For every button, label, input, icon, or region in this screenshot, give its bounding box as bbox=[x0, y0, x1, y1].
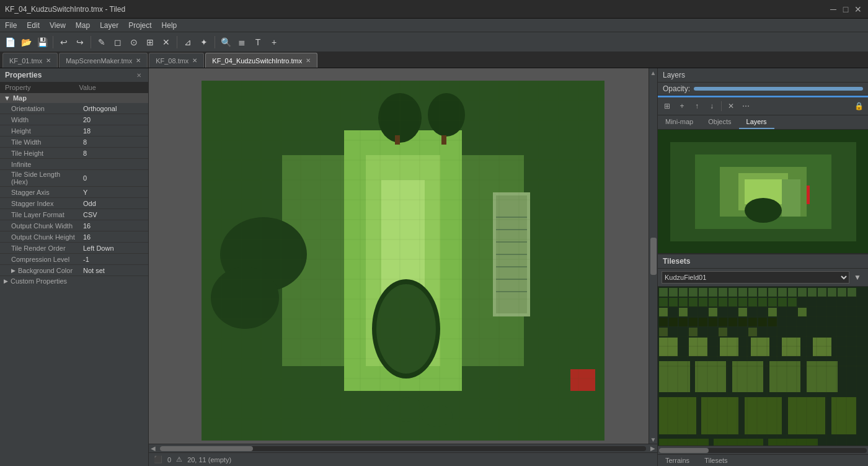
svg-rect-86 bbox=[758, 288, 767, 297]
menu-map[interactable]: Map bbox=[71, 20, 95, 31]
select-tool[interactable]: ⊿ bbox=[180, 35, 195, 50]
save-file-button[interactable]: 💾 bbox=[35, 35, 50, 50]
maximize-button[interactable]: □ bbox=[841, 4, 851, 14]
prop-name-output-chunk-height: Output Chunk Height bbox=[0, 233, 81, 241]
prop-value-stagger-index[interactable]: Odd bbox=[81, 199, 148, 208]
menu-view[interactable]: View bbox=[45, 20, 71, 31]
svg-rect-84 bbox=[738, 288, 747, 297]
svg-rect-90 bbox=[798, 288, 807, 297]
tileset-dropdown[interactable]: KudzuField01 bbox=[662, 271, 849, 284]
tileset-scroll-thumb[interactable] bbox=[659, 448, 709, 453]
svg-rect-94 bbox=[838, 288, 846, 297]
fill-tool[interactable]: ⊙ bbox=[126, 35, 141, 50]
new-file-button[interactable]: 📄 bbox=[2, 35, 17, 50]
bottom-tabs: Terrains Tilesets bbox=[658, 454, 868, 466]
layers-tb-btn2[interactable]: + bbox=[675, 99, 689, 113]
text-tool[interactable]: T bbox=[250, 35, 265, 50]
tab-kf08[interactable]: KF_08.tmx ✕ bbox=[149, 53, 204, 68]
tileset-dropdown-arrow[interactable]: ▼ bbox=[851, 271, 864, 284]
properties-collapse-button[interactable]: ✕ bbox=[135, 71, 143, 79]
scroll-up-button[interactable]: ▲ bbox=[649, 68, 658, 77]
prop-value-output-chunk-height[interactable]: 16 bbox=[81, 233, 148, 241]
prop-value-width[interactable]: 20 bbox=[81, 115, 148, 124]
add-tool[interactable]: + bbox=[267, 35, 281, 50]
svg-rect-79 bbox=[689, 288, 698, 297]
menu-help[interactable]: Help bbox=[157, 20, 182, 31]
layers-tb-btn1[interactable]: ⊞ bbox=[660, 99, 674, 113]
open-file-button[interactable]: 📂 bbox=[19, 35, 33, 50]
tab-mapscreenmaker-close[interactable]: ✕ bbox=[136, 57, 141, 64]
tab-mapscreenmaker[interactable]: MapScreenMaker.tmx ✕ bbox=[59, 53, 148, 68]
prop-value-background-color[interactable]: Not set bbox=[81, 266, 148, 275]
prop-value-tile-height[interactable]: 8 bbox=[81, 149, 148, 158]
tab-kf01[interactable]: KF_01.tmx ✕ bbox=[2, 53, 58, 68]
layer-view-button[interactable]: ≣ bbox=[234, 35, 249, 50]
tab-terrains[interactable]: Terrains bbox=[658, 455, 697, 466]
magic-wand-tool[interactable]: ✦ bbox=[197, 35, 211, 50]
shape-fill-tool[interactable]: ⊞ bbox=[143, 35, 157, 50]
prop-value-tile-render-order[interactable]: Left Down bbox=[81, 244, 148, 253]
prop-value-infinite[interactable] bbox=[81, 164, 148, 165]
prop-value-height[interactable]: 18 bbox=[81, 127, 148, 135]
scroll-thumb-h[interactable] bbox=[160, 446, 253, 451]
layers-tb-btn3[interactable]: ↑ bbox=[690, 99, 704, 113]
title-bar: KF_04_KudzuSwitchIntro.tmx - Tiled ─ □ ✕ bbox=[0, 0, 868, 19]
redo-button[interactable]: ↪ bbox=[73, 35, 87, 50]
menu-layer[interactable]: Layer bbox=[95, 20, 123, 31]
prop-value-tile-layer-format[interactable]: CSV bbox=[81, 210, 148, 219]
prop-value-tile-side-len[interactable]: 0 bbox=[81, 174, 148, 182]
tileset-scrollbar[interactable] bbox=[658, 446, 868, 454]
tab-layers[interactable]: Layers bbox=[739, 115, 774, 129]
scroll-down-button[interactable]: ▼ bbox=[649, 435, 658, 444]
scroll-left-button[interactable]: ◀ bbox=[149, 444, 157, 453]
tab-mini-map[interactable]: Mini-map bbox=[658, 115, 701, 129]
toolbar-separator-2 bbox=[91, 36, 91, 48]
scroll-thumb-v[interactable] bbox=[650, 238, 657, 275]
prop-name-orientation: Orientation bbox=[0, 104, 81, 113]
stamp-tool[interactable]: ✎ bbox=[94, 35, 109, 50]
tab-kf08-close[interactable]: ✕ bbox=[192, 57, 197, 64]
prop-row-height: Height 18 bbox=[0, 125, 148, 137]
tab-kf04-close[interactable]: ✕ bbox=[306, 57, 311, 64]
layers-tb-btn4[interactable]: ↓ bbox=[705, 99, 719, 113]
tab-kf04[interactable]: KF_04_KudzuSwitchIntro.tmx ✕ bbox=[205, 53, 317, 68]
menu-project[interactable]: Project bbox=[123, 20, 156, 31]
svg-rect-85 bbox=[748, 288, 757, 297]
prop-value-orientation[interactable]: Orthogonal bbox=[81, 104, 148, 113]
prop-value-tile-width[interactable]: 8 bbox=[81, 138, 148, 146]
layers-tb-btn7[interactable]: 🔒 bbox=[852, 99, 866, 113]
tab-objects[interactable]: Objects bbox=[701, 115, 738, 129]
horizontal-scrollbar[interactable]: ◀ ▶ bbox=[149, 444, 657, 452]
terrain-tool[interactable]: ◻ bbox=[110, 35, 125, 50]
scroll-right-button[interactable]: ▶ bbox=[649, 444, 657, 453]
undo-button[interactable]: ↩ bbox=[56, 35, 71, 50]
prop-value-compression-level[interactable]: -1 bbox=[81, 255, 148, 264]
menu-file[interactable]: File bbox=[0, 20, 22, 31]
prop-name-infinite: Infinite bbox=[0, 160, 81, 169]
map-viewport[interactable] bbox=[202, 81, 604, 441]
status-warning-icon: ⚠ bbox=[176, 455, 182, 464]
svg-rect-142 bbox=[807, 361, 838, 392]
close-button[interactable]: ✕ bbox=[853, 4, 863, 14]
tab-kf01-close[interactable]: ✕ bbox=[46, 57, 51, 64]
opacity-slider[interactable] bbox=[694, 87, 863, 91]
tileset-image-area[interactable] bbox=[658, 287, 868, 446]
eraser-tool[interactable]: ✕ bbox=[159, 35, 174, 50]
prop-section-label: Map bbox=[13, 94, 27, 102]
canvas-area[interactable]: ▲ ▼ bbox=[149, 68, 657, 444]
svg-rect-88 bbox=[778, 288, 787, 297]
layers-tb-btn6[interactable]: ⋯ bbox=[739, 99, 753, 113]
vertical-scrollbar[interactable]: ▲ ▼ bbox=[649, 68, 657, 444]
layers-tb-sep bbox=[721, 101, 722, 111]
zoom-in-button[interactable]: 🔍 bbox=[218, 35, 233, 50]
prop-name-tile-width: Tile Width bbox=[0, 138, 81, 146]
prop-value-stagger-axis[interactable]: Y bbox=[81, 188, 148, 197]
layers-tb-btn5[interactable]: ✕ bbox=[724, 99, 738, 113]
minimize-button[interactable]: ─ bbox=[828, 4, 838, 14]
svg-rect-74 bbox=[807, 186, 810, 204]
prop-section-map[interactable]: ▼ Map bbox=[0, 93, 148, 103]
prop-value-output-chunk-width[interactable]: 16 bbox=[81, 222, 148, 230]
menu-edit[interactable]: Edit bbox=[22, 20, 45, 31]
custom-properties-section[interactable]: ▶ Custom Properties bbox=[0, 276, 148, 286]
tab-tilesets[interactable]: Tilesets bbox=[697, 455, 735, 466]
